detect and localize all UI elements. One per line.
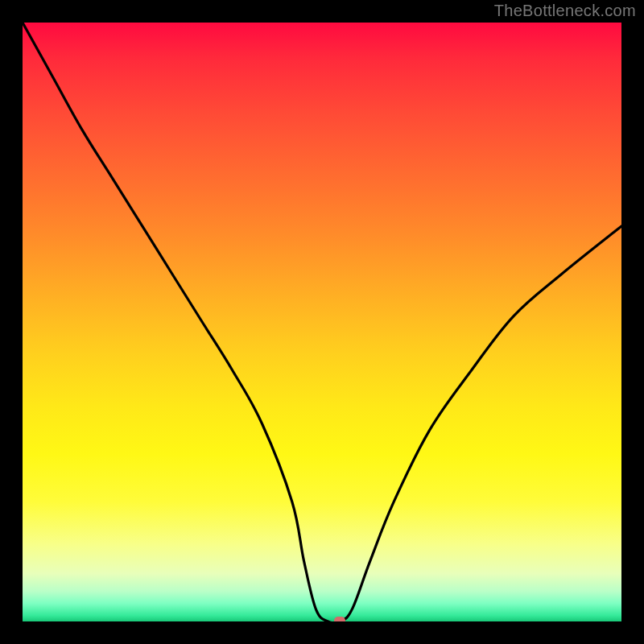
plot-area xyxy=(23,23,621,621)
watermark-text: TheBottleneck.com xyxy=(494,2,636,20)
chart-container: TheBottleneck.com xyxy=(0,0,644,644)
min-marker-icon xyxy=(334,617,345,621)
bottleneck-curve xyxy=(23,23,621,621)
plot-frame xyxy=(23,23,621,621)
